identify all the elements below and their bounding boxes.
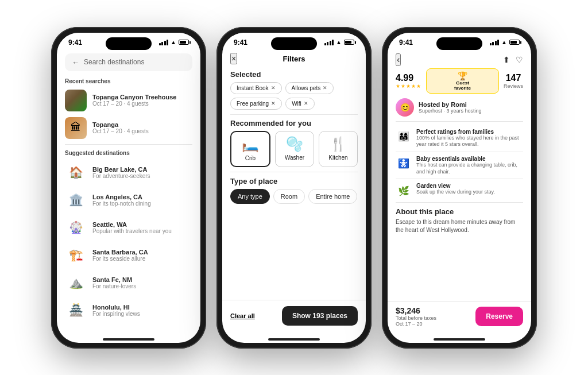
rating-stars: ★★★★★ bbox=[396, 83, 421, 89]
type-btn-room[interactable]: Room bbox=[273, 189, 305, 204]
features-list: 👨‍👩‍👧 Perfect ratings from families 100%… bbox=[396, 125, 523, 203]
amenity-label-1: Washer bbox=[285, 154, 304, 161]
phone3-screen: 9:41 ▲ ‹ ⬆ bbox=[388, 33, 531, 343]
suggested-item-4[interactable]: ⛰️ Santa Fe, NM For nature-lovers bbox=[57, 269, 200, 296]
feature-text-2: Garden view Soak up the view during your… bbox=[416, 183, 495, 196]
signal-icon-3 bbox=[490, 40, 500, 45]
suggested-item-2[interactable]: 🎡 Seattle, WA Popular with travelers nea… bbox=[57, 214, 200, 241]
filters-close-button[interactable]: × bbox=[230, 53, 237, 64]
battery-icon-2 bbox=[344, 40, 354, 45]
search-input[interactable]: Search destinations bbox=[84, 58, 144, 66]
topanga-title: Topanga bbox=[92, 121, 149, 128]
price-sub: Total before taxes bbox=[396, 315, 436, 321]
home-indicator-3 bbox=[388, 331, 531, 343]
reviews-block: 147 Reviews bbox=[504, 73, 523, 89]
suggested-item-5[interactable]: 🏯 Honolulu, HI For inspiring views bbox=[57, 296, 200, 324]
chip-remove-free-parking[interactable]: ✕ bbox=[271, 100, 276, 106]
feature-row-1: 🚼 Baby essentials available This host ca… bbox=[396, 152, 523, 179]
wifi-icon-3: ▲ bbox=[501, 39, 507, 45]
divider-1 bbox=[65, 144, 192, 145]
guest-fav-text1: Guest bbox=[456, 80, 469, 86]
type-btn-entire-home[interactable]: Entire home bbox=[308, 189, 357, 204]
signal-icon-1 bbox=[159, 40, 169, 45]
price-dates: Oct 17 – 20 bbox=[396, 321, 436, 327]
reviews-label: Reviews bbox=[504, 83, 523, 89]
status-icons-1: ▲ bbox=[159, 39, 189, 45]
search-bar[interactable]: ← Search destinations bbox=[65, 53, 192, 71]
listing-back-button[interactable]: ‹ bbox=[396, 53, 401, 66]
filter-chip-free-parking[interactable]: Free parking ✕ bbox=[230, 98, 282, 110]
filters-divider-1 bbox=[230, 114, 358, 115]
suggest-icon-1: 🏛️ bbox=[65, 189, 87, 211]
status-time-3: 9:41 bbox=[399, 38, 413, 47]
amenity-cards: 🛏️ Crib 🫧 Washer 🍴 Kitchen bbox=[230, 131, 358, 167]
recommended-title: Recommended for you bbox=[230, 119, 358, 127]
suggest-sub-3: For its seaside allure bbox=[92, 256, 148, 262]
treehouse-thumb bbox=[65, 90, 87, 111]
about-text: Escape to this dream home minutes away f… bbox=[396, 218, 523, 234]
type-title: Type of place bbox=[230, 177, 358, 185]
suggested-label: Suggested destinations bbox=[57, 146, 200, 158]
wishlist-button[interactable]: ♡ bbox=[516, 55, 523, 64]
topanga-sub: Oct 17 – 20 · 4 guests bbox=[92, 128, 149, 134]
status-icons-2: ▲ bbox=[324, 39, 354, 45]
host-row: 😊 Hosted by Romi Superhost · 3 years hos… bbox=[396, 98, 523, 122]
suggest-info-5: Honolulu, HI For inspiring views bbox=[92, 304, 140, 317]
trophy-icon: 🏆 bbox=[458, 71, 467, 80]
suggest-info-4: Santa Fe, NM For nature-lovers bbox=[92, 276, 136, 289]
battery-icon-3 bbox=[509, 40, 520, 45]
suggest-icon-3: 🏗️ bbox=[65, 244, 87, 266]
battery-icon-1 bbox=[179, 40, 189, 45]
reserve-button[interactable]: Reserve bbox=[475, 307, 523, 326]
chip-remove-instant-book[interactable]: ✕ bbox=[271, 85, 276, 91]
price-block: $3,246 Total before taxes Oct 17 – 20 bbox=[396, 306, 436, 327]
suggest-title-1: Los Angeles, CA bbox=[92, 194, 151, 200]
suggest-info-2: Seattle, WA Popular with travelers near … bbox=[92, 221, 172, 234]
suggest-info-0: Big Bear Lake, CA For adventure-seekers bbox=[92, 166, 150, 179]
feature-row-2: 🌿 Garden view Soak up the view during yo… bbox=[396, 179, 523, 203]
show-places-button[interactable]: Show 193 places bbox=[282, 306, 358, 326]
rating-number: 4.99 bbox=[396, 73, 413, 83]
amenity-card-kitchen[interactable]: 🍴 Kitchen bbox=[319, 131, 358, 167]
chip-remove-wifi[interactable]: ✕ bbox=[304, 100, 308, 106]
signal-icon-2 bbox=[324, 40, 334, 45]
recent-item-topanga[interactable]: 🏛 Topanga Oct 17 – 20 · 4 guests bbox=[57, 114, 200, 142]
suggest-icon-0: 🏠 bbox=[65, 161, 87, 183]
back-arrow-icon[interactable]: ← bbox=[72, 58, 79, 67]
amenity-label-0: Crib bbox=[245, 155, 256, 161]
treehouse-info: Topanga Canyon Treehouse Oct 17 – 20 · 4… bbox=[92, 94, 177, 107]
suggest-info-1: Los Angeles, CA For its top-notch dining bbox=[92, 194, 151, 207]
recent-searches-label: Recent searches bbox=[57, 75, 200, 87]
feature-title-1: Baby essentials available bbox=[416, 156, 523, 162]
about-title: About this place bbox=[396, 207, 523, 216]
filter-chip-wifi[interactable]: Wifi ✕ bbox=[285, 98, 315, 110]
suggested-item-1[interactable]: 🏛️ Los Angeles, CA For its top-notch din… bbox=[57, 186, 200, 214]
suggest-icon-4: ⛰️ bbox=[65, 272, 87, 293]
rating-block: 4.99 ★★★★★ bbox=[396, 73, 421, 89]
clear-all-button[interactable]: Clear all bbox=[230, 312, 255, 319]
feature-text-1: Baby essentials available This host can … bbox=[416, 156, 523, 175]
rating-row: 4.99 ★★★★★ 🏆 Guest favorite 147 Reviews bbox=[396, 68, 523, 94]
suggest-sub-5: For inspiring views bbox=[92, 311, 140, 317]
suggested-item-3[interactable]: 🏗️ Santa Barbara, CA For its seaside all… bbox=[57, 241, 200, 269]
feature-text-0: Perfect ratings from families 100% of fa… bbox=[416, 129, 523, 148]
status-time-1: 9:41 bbox=[68, 38, 82, 47]
phone-listing: 9:41 ▲ ‹ ⬆ bbox=[382, 27, 537, 349]
chip-remove-allows-pets[interactable]: ✕ bbox=[323, 85, 327, 91]
recent-item-treehouse[interactable]: Topanga Canyon Treehouse Oct 17 – 20 · 4… bbox=[57, 87, 200, 114]
wifi-icon-2: ▲ bbox=[336, 39, 342, 45]
treehouse-sub: Oct 17 – 20 · 4 guests bbox=[92, 100, 177, 107]
type-btn-any-type[interactable]: Any type bbox=[230, 189, 270, 204]
suggest-icon-5: 🏯 bbox=[65, 299, 87, 321]
listing-footer: $3,246 Total before taxes Oct 17 – 20 Re… bbox=[388, 301, 531, 331]
amenity-card-crib[interactable]: 🛏️ Crib bbox=[230, 131, 270, 167]
filter-chip-allows-pets[interactable]: Allows pets ✕ bbox=[285, 82, 334, 94]
suggest-icon-2: 🎡 bbox=[65, 217, 87, 238]
amenity-card-washer[interactable]: 🫧 Washer bbox=[275, 131, 314, 167]
filter-chip-instant-book[interactable]: Instant Book ✕ bbox=[230, 82, 282, 94]
status-icons-3: ▲ bbox=[490, 39, 520, 45]
suggest-sub-0: For adventure-seekers bbox=[92, 173, 150, 179]
feature-desc-0: 100% of families who stayed here in the … bbox=[416, 135, 523, 148]
share-button[interactable]: ⬆ bbox=[503, 55, 510, 64]
suggested-item-0[interactable]: 🏠 Big Bear Lake, CA For adventure-seeker… bbox=[57, 158, 200, 186]
